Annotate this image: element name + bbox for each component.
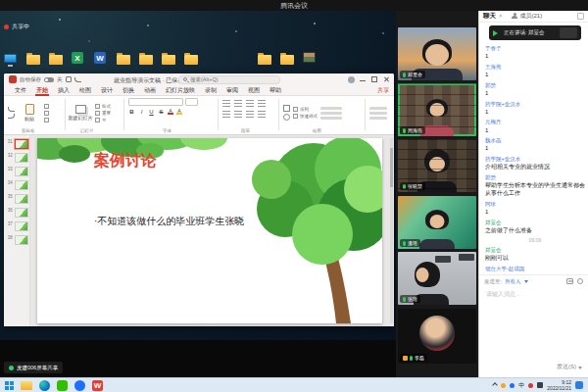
autosave-toggle[interactable]	[44, 77, 54, 82]
send-to-select[interactable]: 所有人	[505, 278, 521, 285]
section-button[interactable]: 节	[95, 118, 111, 122]
meeting-app-window: 腾讯会议 共享中 X W	[0, 0, 588, 392]
local-clock[interactable]: 9:12 2022/11/21	[547, 379, 571, 392]
this-pc-icon[interactable]	[4, 52, 18, 65]
underline-button[interactable]: U	[148, 109, 155, 115]
list-buttons[interactable]	[222, 100, 266, 107]
reset-button[interactable]: 重置	[95, 111, 111, 116]
highlight-color-button[interactable]: A	[176, 109, 182, 115]
mic-icon	[403, 184, 406, 189]
folder-icon[interactable]	[258, 52, 271, 65]
slide-thumbnail-selected[interactable]: 31	[4, 137, 29, 151]
ppt-search-box[interactable]	[178, 75, 280, 84]
picture-file-icon[interactable]	[303, 52, 317, 65]
tab-view[interactable]: 视图	[243, 85, 265, 96]
ime-indicator[interactable]: 中	[518, 381, 524, 390]
folder-icon[interactable]	[280, 52, 294, 65]
slide-thumbnail[interactable]: 36	[4, 206, 29, 220]
wps-icon[interactable]: W	[92, 380, 103, 391]
send-button[interactable]: 发送(S)	[557, 363, 582, 371]
new-slide-button[interactable]: 新建幻灯片	[69, 98, 92, 127]
layout-button[interactable]: 版式	[95, 104, 111, 109]
arrange-button[interactable]: 排列	[293, 107, 318, 112]
tab-insert[interactable]: 插入	[53, 85, 74, 96]
italic-button[interactable]: I	[138, 109, 145, 115]
participant-video-4[interactable]: 潘瑶	[398, 196, 476, 249]
explorer-icon[interactable]	[21, 381, 32, 390]
participant-video-2[interactable]: 周海燕	[398, 83, 476, 136]
font-color-button[interactable]: A	[168, 109, 173, 115]
tab-design[interactable]: 设计	[96, 85, 118, 96]
shape-format-buttons[interactable]	[320, 98, 342, 127]
ceiling-lamp	[459, 254, 474, 261]
align-buttons[interactable]	[222, 111, 266, 118]
slide-thumbnail[interactable]: 38	[4, 233, 29, 247]
undo-icon[interactable]	[74, 77, 81, 82]
tab-record[interactable]: 录制	[200, 85, 221, 96]
folder-icon[interactable]	[184, 52, 198, 65]
notification-center-icon[interactable]	[575, 381, 583, 389]
participant-video-3[interactable]: 张晓慧	[398, 139, 476, 192]
ppt-minimize-icon[interactable]	[359, 75, 367, 83]
panel-menu-icon[interactable]	[577, 13, 584, 20]
tab-animations[interactable]: 动画	[139, 85, 161, 96]
tray-expand-icon[interactable]	[493, 382, 499, 388]
font-size-select[interactable]	[185, 98, 198, 106]
current-slide[interactable]: 案例讨论 ·不知道该做什么的毕业班学生张晓	[37, 138, 382, 323]
slide-thumbnail[interactable]: 35	[4, 192, 29, 206]
tab-review[interactable]: 审阅	[221, 85, 243, 96]
folder-icon[interactable]	[162, 52, 175, 65]
slide-thumbnail[interactable]: 33	[4, 165, 29, 178]
ppt-maximize-icon[interactable]	[370, 75, 378, 83]
chat-message-input[interactable]	[484, 290, 582, 298]
slide-scrollbar[interactable]	[390, 138, 393, 323]
edge-browser-icon[interactable]	[39, 380, 50, 391]
participant-video-1[interactable]: 郑景会	[398, 27, 476, 80]
font-name-select[interactable]	[128, 98, 183, 106]
slide-thumbnail[interactable]: 32	[4, 151, 29, 165]
tab-draw[interactable]: 绘图	[74, 85, 96, 96]
chat-message-list[interactable]: 于春子1 王海燕1 郭赟1 药学院+金汉水1 元梅丹1 魏水晶1 药学院+金汉水…	[485, 44, 585, 271]
chat-tab-close-icon[interactable]: ×	[499, 13, 503, 19]
wechat-icon[interactable]	[57, 380, 68, 391]
shapes-gallery[interactable]	[283, 98, 290, 127]
participant-name-chip: 张瑶	[400, 295, 420, 303]
slide-thumbnail[interactable]: 34	[4, 178, 29, 192]
slide-thumbnail[interactable]: 37	[4, 220, 29, 233]
bold-button[interactable]: B	[128, 109, 135, 115]
ppt-share-button[interactable]: 共享	[377, 86, 389, 95]
undo-redo-buttons[interactable]	[8, 98, 15, 127]
paste-button[interactable]: 粘贴	[18, 98, 41, 127]
editing-buttons[interactable]	[369, 98, 387, 127]
word-file-icon[interactable]: W	[94, 52, 108, 65]
folder-icon[interactable]	[26, 52, 40, 65]
tab-slideshow[interactable]: 幻灯片放映	[161, 85, 200, 96]
participant-video-5[interactable]: 张瑶	[398, 252, 476, 305]
folder-icon[interactable]	[139, 52, 153, 65]
system-tray[interactable]: 中 9:12 2022/11/21	[493, 379, 583, 392]
start-button-icon[interactable]	[5, 381, 14, 390]
volume-icon[interactable]	[537, 382, 543, 388]
excel-file-icon[interactable]: X	[72, 52, 85, 65]
folder-icon[interactable]	[117, 52, 130, 65]
cut-copy-painter-buttons[interactable]	[44, 98, 49, 127]
tab-members[interactable]: 成员(21)	[520, 12, 543, 21]
screenshot-icon[interactable]	[566, 278, 573, 284]
tab-transitions[interactable]: 切换	[118, 85, 139, 96]
screen-share-banner[interactable]: 麦建006屏幕共享	[4, 362, 63, 373]
strikethrough-button[interactable]: S	[158, 109, 165, 115]
ppt-search-input[interactable]	[190, 76, 269, 82]
quick-styles-button[interactable]: 快速样式	[293, 114, 318, 119]
folder-icon[interactable]	[49, 52, 63, 65]
tab-chat[interactable]: 聊天	[483, 12, 496, 21]
ppt-close-icon[interactable]	[382, 75, 390, 83]
emoji-icon[interactable]	[577, 278, 583, 284]
meeting-app-icon[interactable]	[74, 380, 85, 391]
participant-video-6[interactable]: 李磊	[398, 309, 476, 364]
save-icon[interactable]	[66, 76, 72, 82]
tray-record-icon	[528, 383, 533, 388]
tab-home[interactable]: 开始	[31, 85, 53, 96]
tab-help[interactable]: 帮助	[265, 85, 286, 96]
account-avatar[interactable]	[348, 76, 355, 83]
tab-file[interactable]: 文件	[10, 85, 31, 96]
